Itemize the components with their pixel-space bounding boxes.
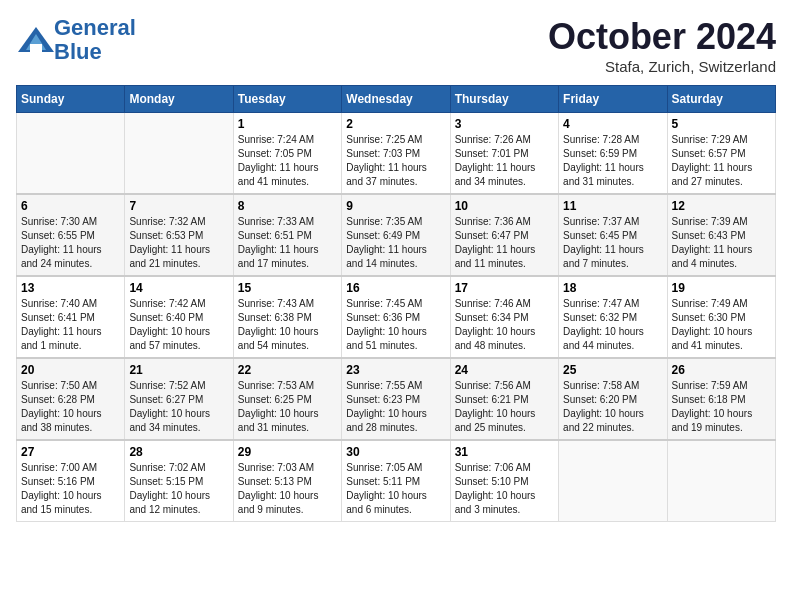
- day-number: 25: [563, 363, 662, 377]
- day-info: Sunrise: 7:02 AM Sunset: 5:15 PM Dayligh…: [129, 461, 228, 517]
- calendar-cell: 2Sunrise: 7:25 AM Sunset: 7:03 PM Daylig…: [342, 113, 450, 195]
- day-info: Sunrise: 7:05 AM Sunset: 5:11 PM Dayligh…: [346, 461, 445, 517]
- svg-rect-2: [30, 44, 42, 52]
- day-number: 16: [346, 281, 445, 295]
- logo-text: General Blue: [54, 16, 136, 64]
- day-info: Sunrise: 7:39 AM Sunset: 6:43 PM Dayligh…: [672, 215, 771, 271]
- day-number: 22: [238, 363, 337, 377]
- day-info: Sunrise: 7:32 AM Sunset: 6:53 PM Dayligh…: [129, 215, 228, 271]
- day-info: Sunrise: 7:58 AM Sunset: 6:20 PM Dayligh…: [563, 379, 662, 435]
- day-info: Sunrise: 7:37 AM Sunset: 6:45 PM Dayligh…: [563, 215, 662, 271]
- day-number: 12: [672, 199, 771, 213]
- calendar-cell: 4Sunrise: 7:28 AM Sunset: 6:59 PM Daylig…: [559, 113, 667, 195]
- calendar-cell: 1Sunrise: 7:24 AM Sunset: 7:05 PM Daylig…: [233, 113, 341, 195]
- calendar-cell: 25Sunrise: 7:58 AM Sunset: 6:20 PM Dayli…: [559, 358, 667, 440]
- logo-general: General: [54, 15, 136, 40]
- day-info: Sunrise: 7:53 AM Sunset: 6:25 PM Dayligh…: [238, 379, 337, 435]
- weekday-header: Tuesday: [233, 86, 341, 113]
- day-number: 19: [672, 281, 771, 295]
- day-info: Sunrise: 7:40 AM Sunset: 6:41 PM Dayligh…: [21, 297, 120, 353]
- calendar-cell: 23Sunrise: 7:55 AM Sunset: 6:23 PM Dayli…: [342, 358, 450, 440]
- day-number: 31: [455, 445, 554, 459]
- calendar-cell: 11Sunrise: 7:37 AM Sunset: 6:45 PM Dayli…: [559, 194, 667, 276]
- day-info: Sunrise: 7:00 AM Sunset: 5:16 PM Dayligh…: [21, 461, 120, 517]
- day-info: Sunrise: 7:33 AM Sunset: 6:51 PM Dayligh…: [238, 215, 337, 271]
- month-title: October 2024: [548, 16, 776, 58]
- day-info: Sunrise: 7:30 AM Sunset: 6:55 PM Dayligh…: [21, 215, 120, 271]
- calendar-cell: 5Sunrise: 7:29 AM Sunset: 6:57 PM Daylig…: [667, 113, 775, 195]
- day-number: 17: [455, 281, 554, 295]
- day-info: Sunrise: 7:50 AM Sunset: 6:28 PM Dayligh…: [21, 379, 120, 435]
- day-info: Sunrise: 7:49 AM Sunset: 6:30 PM Dayligh…: [672, 297, 771, 353]
- weekday-header: Friday: [559, 86, 667, 113]
- calendar-cell: 27Sunrise: 7:00 AM Sunset: 5:16 PM Dayli…: [17, 440, 125, 522]
- calendar-cell: 20Sunrise: 7:50 AM Sunset: 6:28 PM Dayli…: [17, 358, 125, 440]
- day-number: 21: [129, 363, 228, 377]
- calendar-cell: 9Sunrise: 7:35 AM Sunset: 6:49 PM Daylig…: [342, 194, 450, 276]
- day-number: 29: [238, 445, 337, 459]
- day-info: Sunrise: 7:28 AM Sunset: 6:59 PM Dayligh…: [563, 133, 662, 189]
- day-info: Sunrise: 7:46 AM Sunset: 6:34 PM Dayligh…: [455, 297, 554, 353]
- day-number: 1: [238, 117, 337, 131]
- day-number: 8: [238, 199, 337, 213]
- calendar-cell: 29Sunrise: 7:03 AM Sunset: 5:13 PM Dayli…: [233, 440, 341, 522]
- calendar-cell: [667, 440, 775, 522]
- day-number: 5: [672, 117, 771, 131]
- calendar-cell: 21Sunrise: 7:52 AM Sunset: 6:27 PM Dayli…: [125, 358, 233, 440]
- day-info: Sunrise: 7:47 AM Sunset: 6:32 PM Dayligh…: [563, 297, 662, 353]
- logo-icon: [16, 22, 52, 58]
- calendar-cell: 6Sunrise: 7:30 AM Sunset: 6:55 PM Daylig…: [17, 194, 125, 276]
- day-number: 27: [21, 445, 120, 459]
- day-info: Sunrise: 7:03 AM Sunset: 5:13 PM Dayligh…: [238, 461, 337, 517]
- calendar-cell: 28Sunrise: 7:02 AM Sunset: 5:15 PM Dayli…: [125, 440, 233, 522]
- day-number: 20: [21, 363, 120, 377]
- day-number: 15: [238, 281, 337, 295]
- calendar-cell: 8Sunrise: 7:33 AM Sunset: 6:51 PM Daylig…: [233, 194, 341, 276]
- page-header: General Blue October 2024 Stafa, Zurich,…: [16, 16, 776, 75]
- day-number: 6: [21, 199, 120, 213]
- calendar-cell: 26Sunrise: 7:59 AM Sunset: 6:18 PM Dayli…: [667, 358, 775, 440]
- day-number: 24: [455, 363, 554, 377]
- day-info: Sunrise: 7:25 AM Sunset: 7:03 PM Dayligh…: [346, 133, 445, 189]
- calendar-cell: 16Sunrise: 7:45 AM Sunset: 6:36 PM Dayli…: [342, 276, 450, 358]
- calendar-week-row: 1Sunrise: 7:24 AM Sunset: 7:05 PM Daylig…: [17, 113, 776, 195]
- day-info: Sunrise: 7:59 AM Sunset: 6:18 PM Dayligh…: [672, 379, 771, 435]
- calendar-cell: 22Sunrise: 7:53 AM Sunset: 6:25 PM Dayli…: [233, 358, 341, 440]
- day-number: 11: [563, 199, 662, 213]
- weekday-header: Saturday: [667, 86, 775, 113]
- day-number: 3: [455, 117, 554, 131]
- title-block: October 2024 Stafa, Zurich, Switzerland: [548, 16, 776, 75]
- day-number: 28: [129, 445, 228, 459]
- day-info: Sunrise: 7:06 AM Sunset: 5:10 PM Dayligh…: [455, 461, 554, 517]
- calendar-cell: 24Sunrise: 7:56 AM Sunset: 6:21 PM Dayli…: [450, 358, 558, 440]
- calendar-cell: 30Sunrise: 7:05 AM Sunset: 5:11 PM Dayli…: [342, 440, 450, 522]
- logo-blue: Blue: [54, 39, 102, 64]
- day-info: Sunrise: 7:56 AM Sunset: 6:21 PM Dayligh…: [455, 379, 554, 435]
- day-info: Sunrise: 7:26 AM Sunset: 7:01 PM Dayligh…: [455, 133, 554, 189]
- calendar-cell: 19Sunrise: 7:49 AM Sunset: 6:30 PM Dayli…: [667, 276, 775, 358]
- day-number: 10: [455, 199, 554, 213]
- calendar-week-row: 27Sunrise: 7:00 AM Sunset: 5:16 PM Dayli…: [17, 440, 776, 522]
- calendar-cell: 15Sunrise: 7:43 AM Sunset: 6:38 PM Dayli…: [233, 276, 341, 358]
- day-number: 18: [563, 281, 662, 295]
- calendar-cell: 13Sunrise: 7:40 AM Sunset: 6:41 PM Dayli…: [17, 276, 125, 358]
- calendar-week-row: 6Sunrise: 7:30 AM Sunset: 6:55 PM Daylig…: [17, 194, 776, 276]
- calendar-week-row: 20Sunrise: 7:50 AM Sunset: 6:28 PM Dayli…: [17, 358, 776, 440]
- day-number: 14: [129, 281, 228, 295]
- calendar-week-row: 13Sunrise: 7:40 AM Sunset: 6:41 PM Dayli…: [17, 276, 776, 358]
- day-info: Sunrise: 7:43 AM Sunset: 6:38 PM Dayligh…: [238, 297, 337, 353]
- calendar-cell: 3Sunrise: 7:26 AM Sunset: 7:01 PM Daylig…: [450, 113, 558, 195]
- weekday-header-row: SundayMondayTuesdayWednesdayThursdayFrid…: [17, 86, 776, 113]
- day-number: 7: [129, 199, 228, 213]
- day-number: 30: [346, 445, 445, 459]
- weekday-header: Wednesday: [342, 86, 450, 113]
- day-number: 23: [346, 363, 445, 377]
- calendar-cell: 18Sunrise: 7:47 AM Sunset: 6:32 PM Dayli…: [559, 276, 667, 358]
- day-info: Sunrise: 7:45 AM Sunset: 6:36 PM Dayligh…: [346, 297, 445, 353]
- day-number: 4: [563, 117, 662, 131]
- day-number: 26: [672, 363, 771, 377]
- calendar-table: SundayMondayTuesdayWednesdayThursdayFrid…: [16, 85, 776, 522]
- weekday-header: Sunday: [17, 86, 125, 113]
- logo: General Blue: [16, 16, 136, 64]
- day-number: 2: [346, 117, 445, 131]
